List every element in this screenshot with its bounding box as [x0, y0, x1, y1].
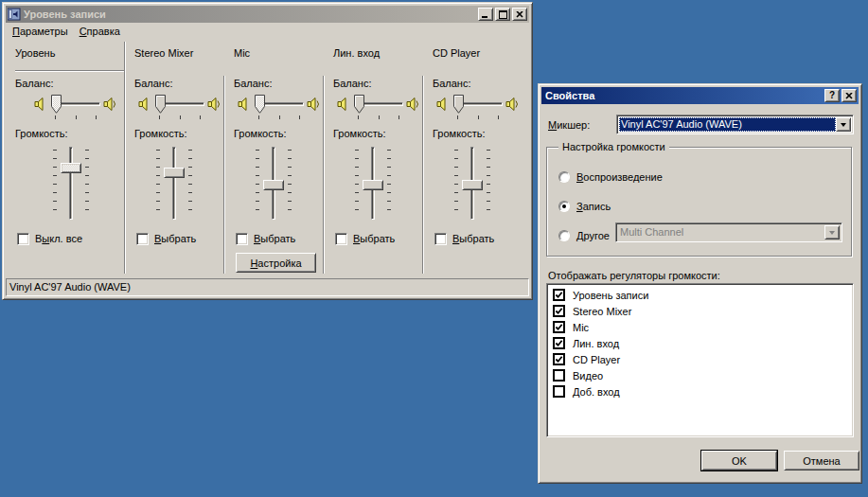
- volume-track[interactable]: [69, 147, 73, 220]
- checked-checkbox[interactable]: [553, 289, 565, 301]
- mixer-device-value: Vinyl AC'97 Audio (WAVE): [619, 117, 836, 132]
- balance-label: Баланс:: [15, 78, 125, 91]
- list-item[interactable]: Уровень записи: [547, 287, 853, 303]
- list-item[interactable]: Mic: [547, 319, 853, 335]
- balance-slider: [337, 93, 423, 119]
- balance-ticks: [155, 115, 204, 119]
- volume-track[interactable]: [172, 147, 176, 220]
- select-checkbox[interactable]: [17, 233, 29, 245]
- balance-slider-thumb[interactable]: [155, 95, 166, 114]
- select-checkbox[interactable]: [335, 233, 347, 245]
- list-item[interactable]: Видео: [547, 367, 853, 383]
- speaker-quiet-icon: [436, 97, 451, 112]
- ok-button[interactable]: OK: [701, 451, 777, 470]
- select-checkbox[interactable]: [236, 233, 248, 245]
- select-checkbox-row: Выкл. все: [17, 232, 125, 245]
- unchecked-checkbox[interactable]: [553, 385, 565, 398]
- checked-checkbox[interactable]: [553, 321, 565, 333]
- volume-slider-thumb[interactable]: [363, 180, 383, 190]
- balance-ticks: [453, 115, 503, 119]
- checked-checkbox[interactable]: [553, 305, 565, 317]
- balance-slider-track-area[interactable]: [255, 93, 304, 115]
- radio-label: Запись: [576, 201, 611, 212]
- speaker-quiet-icon: [34, 97, 48, 112]
- balance-slider-track-area[interactable]: [453, 93, 503, 115]
- balance-slider-track-area[interactable]: [354, 93, 403, 115]
- column-title: Лин. вход: [333, 47, 423, 61]
- minimize-button[interactable]: [478, 8, 493, 21]
- list-item[interactable]: Лин. вход: [547, 335, 853, 351]
- select-checkbox-label: Выбрать: [452, 233, 494, 244]
- volume-label: Громкость:: [433, 128, 542, 141]
- other-combobox-value: Multi Channel: [618, 225, 824, 240]
- status-bar: Vinyl AC'97 Audio (WAVE): [6, 278, 529, 296]
- balance-label: Баланс:: [333, 78, 423, 91]
- column-title: Mic: [234, 47, 324, 61]
- cancel-button[interactable]: Отмена: [784, 451, 859, 470]
- volume-slider[interactable]: [153, 143, 195, 223]
- speaker-loud-icon: [207, 97, 222, 112]
- list-item[interactable]: Доб. вход: [547, 383, 853, 399]
- list-item[interactable]: Stereo Mixer: [547, 303, 853, 319]
- balance-slider-track-area[interactable]: [155, 93, 204, 115]
- speaker-quiet-icon: [238, 97, 252, 112]
- volume-controls-list[interactable]: Уровень записи Stereo Mixer Mic Лин. вхо…: [546, 283, 854, 437]
- balance-slider-thumb[interactable]: [255, 95, 265, 114]
- volume-label: Громкость:: [134, 128, 224, 141]
- checked-checkbox[interactable]: [553, 337, 565, 349]
- volume-slider[interactable]: [50, 143, 92, 223]
- menu-item[interactable]: Параметры: [7, 24, 74, 39]
- radio-option-row: Другое: [558, 229, 610, 242]
- maximize-button[interactable]: [495, 8, 510, 21]
- balance-slider: [238, 93, 324, 119]
- volume-ticks-right: [387, 150, 391, 210]
- radio-button[interactable]: [558, 230, 570, 241]
- volume-slider[interactable]: [352, 143, 394, 223]
- advanced-button[interactable]: Настройка: [236, 253, 316, 273]
- speaker-quiet-icon: [337, 97, 351, 112]
- select-checkbox[interactable]: [136, 233, 149, 245]
- volume-slider[interactable]: [253, 143, 294, 223]
- balance-slider-thumb[interactable]: [354, 95, 364, 114]
- select-checkbox-label: Выбрать: [154, 233, 196, 244]
- list-item-label: Mic: [573, 322, 589, 333]
- column-title: CD Player: [433, 47, 542, 61]
- select-checkbox[interactable]: [434, 233, 447, 245]
- radio-button[interactable]: [558, 171, 570, 183]
- volume-ticks-left: [454, 150, 458, 210]
- header-rule: [433, 70, 542, 72]
- dialog-controls: ?: [824, 89, 857, 102]
- properties-titlebar[interactable]: Свойства ?: [541, 87, 859, 104]
- group-title: Настройка громкости: [558, 141, 669, 152]
- list-item[interactable]: CD Player: [547, 351, 853, 367]
- chevron-down-icon[interactable]: [836, 117, 851, 132]
- volume-ticks-right: [288, 150, 292, 210]
- mixer-column: Stereo Mixer Баланс: Громкость:: [125, 40, 224, 275]
- mixer-column: CD Player Баланс: Громкость:: [423, 40, 542, 275]
- volume-label: Громкость:: [234, 128, 324, 141]
- balance-slider-track-area[interactable]: [51, 93, 100, 115]
- balance-slider-thumb[interactable]: [453, 95, 464, 114]
- close-icon[interactable]: [512, 8, 527, 21]
- menu-bar: ПараметрыСправка: [6, 23, 529, 40]
- balance-slider-thumb[interactable]: [51, 95, 62, 114]
- list-item-label: Stereo Mixer: [573, 306, 631, 317]
- volume-slider-thumb[interactable]: [462, 180, 483, 190]
- mixer-titlebar[interactable]: Уровень записи: [6, 6, 529, 23]
- balance-slider: [436, 93, 542, 119]
- volume-slider[interactable]: [452, 143, 493, 223]
- checked-checkbox[interactable]: [553, 353, 565, 365]
- list-item-label: Видео: [573, 370, 603, 382]
- radio-button[interactable]: [558, 201, 570, 212]
- unchecked-checkbox[interactable]: [553, 369, 565, 382]
- volume-slider-thumb[interactable]: [164, 168, 185, 178]
- volume-slider-thumb[interactable]: [61, 163, 81, 173]
- menu-item[interactable]: Справка: [74, 24, 126, 39]
- volume-slider-thumb[interactable]: [263, 180, 284, 190]
- window-title: Уровень записи: [24, 9, 478, 20]
- list-item-label: Уровень записи: [573, 290, 648, 301]
- close-icon[interactable]: [841, 89, 857, 102]
- help-icon[interactable]: ?: [824, 89, 840, 102]
- mixer-device-combobox[interactable]: Vinyl AC'97 Audio (WAVE): [616, 115, 854, 134]
- desktop: { "colors": { "desktop": "#3A6EA5", "fac…: [0, 0, 868, 497]
